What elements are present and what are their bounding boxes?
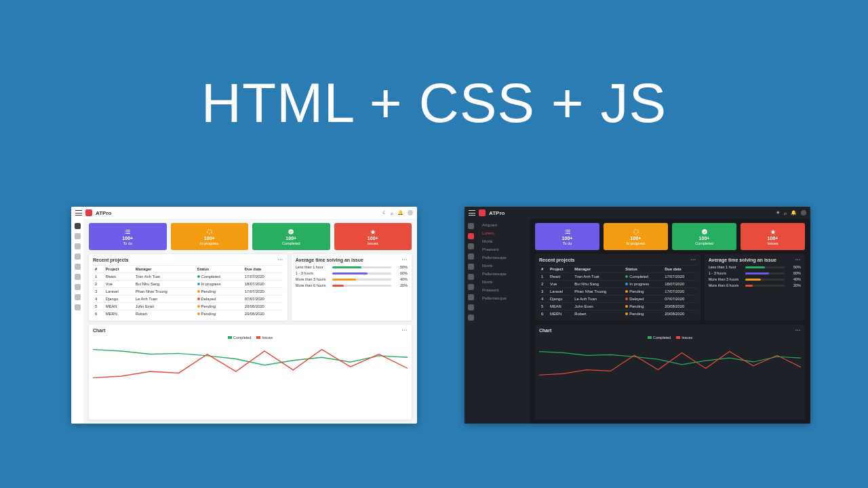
sidebar-item-label[interactable]: Pellentesque: [481, 254, 526, 260]
recent-projects-panel: Recent projects••• #ProjectManagerStatus…: [89, 254, 288, 321]
checklist-icon: [124, 228, 131, 235]
sidebar-item-label[interactable]: Pellentesque: [481, 270, 526, 277]
more-icon[interactable]: •••: [795, 328, 801, 333]
card-completed[interactable]: 100+ Completed: [672, 223, 736, 250]
sidebar-item[interactable]: [468, 264, 474, 270]
sidebar-item-label[interactable]: Lorem: [481, 230, 526, 236]
sidebar-item-label[interactable]: Morbi: [481, 238, 526, 244]
table-header: Manager: [134, 266, 195, 273]
sidebar-item[interactable]: [468, 274, 474, 280]
table-row[interactable]: 1ReactTran Anh TuatCompleted17/07/2020: [539, 273, 696, 281]
sidebar-item[interactable]: [468, 233, 474, 239]
bell-icon[interactable]: 🔔: [397, 210, 403, 216]
more-icon[interactable]: •••: [795, 258, 801, 262]
sidebar-item-label[interactable]: Morbi: [481, 262, 526, 268]
table-header: Status: [195, 266, 243, 273]
sidebar-icons: [465, 219, 477, 424]
menu-icon[interactable]: [75, 210, 82, 216]
more-icon[interactable]: •••: [402, 258, 408, 262]
search-icon[interactable]: ⌕: [784, 211, 787, 216]
sidebar-item[interactable]: [468, 223, 474, 229]
check-circle-icon: [288, 228, 294, 235]
avg-time-panel: Average time solving an issue••• Less th…: [705, 254, 805, 321]
sidebar-item[interactable]: [75, 284, 81, 290]
sidebar-item-label[interactable]: Praesent: [481, 246, 526, 252]
topbar: ATPro ☾ ⌕ 🔔: [71, 207, 417, 219]
sidebar-item[interactable]: [468, 304, 474, 310]
sidebar-item[interactable]: [468, 294, 474, 300]
sidebar-item-label[interactable]: Praesent: [481, 287, 526, 293]
table-row[interactable]: 1ReactTran Anh TuatCompleted17/07/2020: [93, 273, 283, 281]
sidebar-item[interactable]: [468, 243, 474, 249]
card-todo[interactable]: 100+ To do: [89, 223, 167, 250]
topbar: ATPro ☀ ⌕ 🔔: [465, 207, 810, 219]
table-row[interactable]: 4DjangoLe Anh TuanDelayed07/07/2020: [93, 296, 283, 303]
sidebar-item[interactable]: [468, 284, 474, 290]
sidebar-item-label[interactable]: Pellentesque: [481, 295, 526, 301]
sidebar-item[interactable]: [468, 314, 474, 321]
logo-icon: [479, 209, 486, 216]
progress-row: More than 6 hours20%: [296, 283, 408, 287]
table-row[interactable]: 5MEANJohn EvanPending20/08/2020: [539, 303, 696, 310]
sidebar-item[interactable]: [75, 253, 81, 260]
progress-row: 1 - 3 hours60%: [709, 271, 801, 275]
card-completed[interactable]: 100+ Completed: [252, 223, 330, 250]
theme-toggle-icon[interactable]: ☀: [776, 210, 780, 216]
more-icon[interactable]: •••: [690, 258, 696, 262]
avatar[interactable]: [408, 210, 413, 216]
table-row[interactable]: 4DjangoLe Anh TuanDelayed07/07/2020: [539, 296, 696, 303]
sidebar-item[interactable]: [75, 233, 81, 239]
table-row[interactable]: 6MERNRobertPending20/08/2020: [539, 310, 696, 318]
sidebar-item[interactable]: [468, 253, 474, 260]
table-header: Due date: [663, 266, 696, 273]
card-value: 100+: [204, 236, 215, 241]
svg-point-3: [633, 229, 638, 234]
panel-title: Average time solving an issue: [296, 258, 363, 262]
card-inprogress[interactable]: 100+ In progress: [171, 223, 249, 250]
avatar[interactable]: [801, 210, 806, 216]
card-label: Completed: [695, 241, 713, 245]
logo-icon: [85, 209, 92, 216]
sidebar-item[interactable]: [75, 243, 81, 249]
sidebar-item[interactable]: [75, 223, 81, 229]
sidebar-item[interactable]: [75, 264, 81, 270]
progress-row: Less than 1 hour50%: [709, 265, 801, 269]
card-value: 100+: [285, 236, 296, 241]
table-row[interactable]: 5MEANJohn EvanPending20/08/2020: [93, 303, 283, 310]
menu-icon[interactable]: [469, 210, 475, 216]
sidebar-item[interactable]: [75, 304, 81, 310]
table-row[interactable]: 2VueBui Nhu SangIn progress18/07/2020: [93, 281, 283, 288]
table-row[interactable]: 3LaravelPhan Nhat TruongPending17/07/202…: [539, 288, 696, 296]
card-issues[interactable]: 100+ Issues: [334, 223, 412, 250]
card-label: In progress: [200, 241, 219, 245]
table-header: Project: [548, 266, 572, 273]
chart-legend: Completed Issues: [539, 336, 801, 340]
sidebar-item-label[interactable]: Morbi: [481, 279, 526, 285]
table-header: #: [539, 266, 548, 273]
line-chart: [539, 341, 801, 382]
card-todo[interactable]: 100+ To do: [535, 223, 599, 250]
card-issues[interactable]: 100+ Issues: [741, 223, 805, 250]
table-row[interactable]: 6MERNRobertPending20/08/2020: [93, 310, 283, 318]
table-row[interactable]: 3LaravelPhan Nhat TruongPending17/07/202…: [93, 288, 283, 296]
bell-icon[interactable]: 🔔: [791, 210, 797, 216]
spinner-icon: [206, 228, 213, 235]
sidebar-item[interactable]: [75, 274, 81, 280]
dashboard-dark-screenshot: ATPro ☀ ⌕ 🔔 AliquamLoremMorbiPraesentPel…: [465, 207, 810, 424]
svg-point-0: [207, 229, 212, 234]
brand: ATPro: [489, 210, 505, 216]
spinner-icon: [633, 228, 639, 235]
more-icon[interactable]: •••: [278, 258, 283, 262]
line-chart: [93, 341, 408, 382]
svg-point-1: [289, 229, 294, 235]
recent-projects-panel: Recent projects••• #ProjectManagerStatus…: [535, 254, 701, 321]
sidebar-item[interactable]: [75, 294, 81, 300]
table-header: Project: [104, 266, 134, 273]
sidebar-item-label[interactable]: Aliquam: [481, 222, 526, 228]
search-icon[interactable]: ⌕: [391, 211, 393, 216]
more-icon[interactable]: •••: [402, 328, 408, 333]
chart-panel: Chart••• Completed Issues: [89, 325, 412, 420]
theme-toggle-icon[interactable]: ☾: [382, 210, 387, 216]
table-row[interactable]: 2VueBui Nhu SangIn progress18/07/2020: [539, 281, 696, 288]
card-inprogress[interactable]: 100+ In progress: [604, 223, 668, 250]
